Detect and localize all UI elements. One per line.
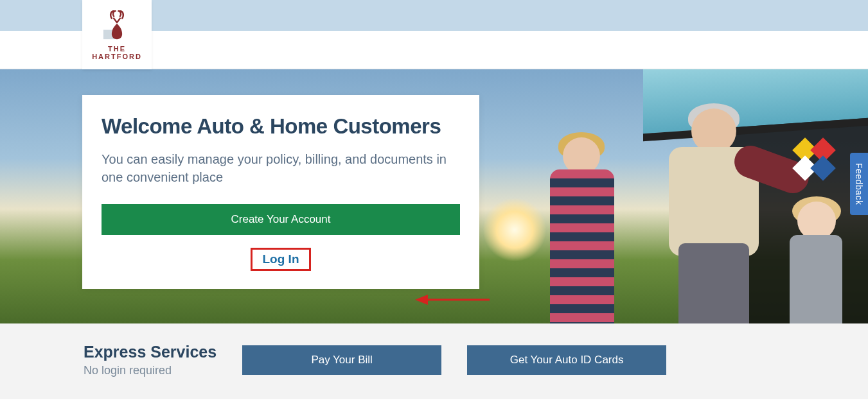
express-services-section: Express Services No login required Pay Y… [0,323,868,399]
pay-your-bill-button[interactable]: Pay Your Bill [242,345,441,375]
feedback-tab[interactable]: Feedback [850,153,868,215]
welcome-title: Welcome Auto & Home Customers [102,114,460,139]
welcome-subtitle: You can easily manage your policy, billi… [102,150,460,186]
brand-text-line2: HARTFORD [92,53,142,60]
hartford-stag-logo: THEHARTFORD [92,9,142,60]
welcome-card: Welcome Auto & Home Customers You can ea… [82,95,479,289]
hero-section: Welcome Auto & Home Customers You can ea… [0,69,868,323]
main-nav: THEHARTFORD [0,31,868,69]
express-services-heading: Express Services No login required [84,343,217,377]
login-link[interactable]: Log In [251,248,312,271]
create-account-button[interactable]: Create Your Account [102,204,460,235]
express-subtitle: No login required [84,364,172,377]
login-row: Log In [102,248,460,271]
stag-icon [100,9,134,42]
footer-spacer [0,399,868,405]
brand-logo[interactable]: THEHARTFORD [82,0,152,69]
express-title: Express Services [84,343,217,361]
get-auto-id-cards-button[interactable]: Get Your Auto ID Cards [467,345,666,375]
brand-text-line1: THE [108,45,126,53]
